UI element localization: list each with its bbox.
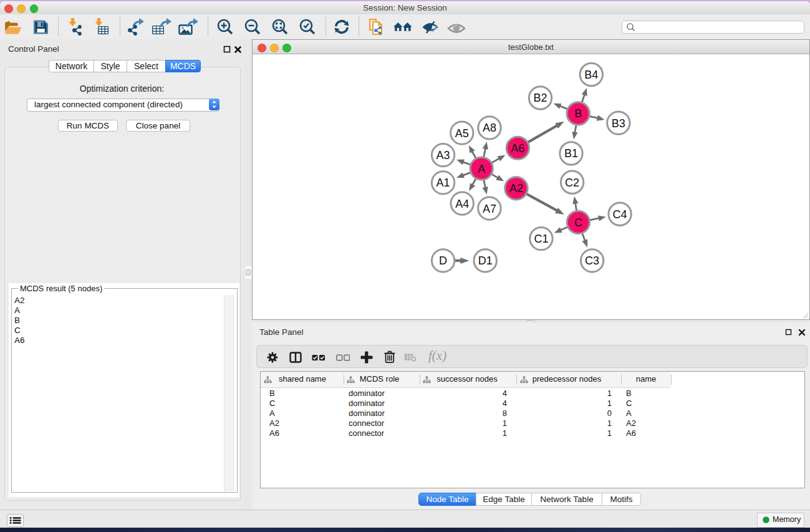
- svg-text:A: A: [478, 163, 485, 175]
- svg-text:B3: B3: [612, 117, 625, 130]
- svg-text:D1: D1: [478, 254, 493, 267]
- svg-text:A5: A5: [455, 127, 469, 140]
- svg-text:C: C: [574, 216, 582, 229]
- svg-text:A7: A7: [483, 203, 496, 215]
- svg-text:A4: A4: [455, 198, 469, 210]
- svg-text:B: B: [574, 107, 582, 120]
- svg-text:A6: A6: [511, 142, 524, 155]
- svg-text:C2: C2: [565, 177, 579, 189]
- svg-text:C3: C3: [585, 254, 599, 267]
- svg-text:B1: B1: [564, 147, 578, 160]
- svg-text:C1: C1: [534, 233, 548, 245]
- svg-text:A2: A2: [509, 182, 523, 195]
- svg-text:B2: B2: [533, 92, 547, 104]
- svg-text:B4: B4: [584, 69, 598, 81]
- svg-text:A8: A8: [483, 122, 496, 134]
- svg-text:A1: A1: [436, 177, 450, 189]
- svg-text:A3: A3: [436, 149, 450, 162]
- svg-text:D: D: [439, 254, 447, 267]
- svg-text:C4: C4: [613, 208, 627, 221]
